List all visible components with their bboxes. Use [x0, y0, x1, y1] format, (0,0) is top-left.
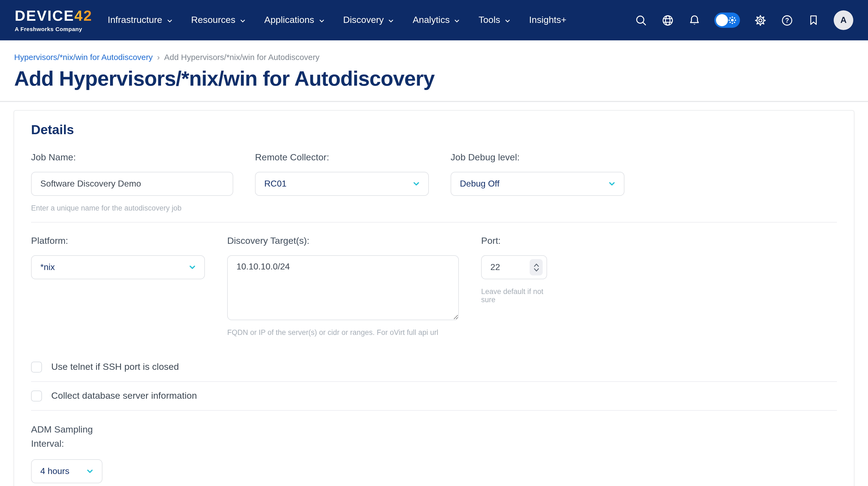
nav-item-insights[interactable]: Insights+ [529, 15, 566, 26]
logo-wordmark: DEVICE42 [15, 9, 92, 24]
port-group: Port: Leave default if not sure [481, 236, 547, 337]
nav-item-discovery[interactable]: Discovery [343, 15, 395, 26]
globe-icon[interactable] [661, 13, 674, 27]
port-label: Port: [481, 236, 547, 247]
logo-accent-42: 42 [74, 8, 92, 24]
details-card: Details Job Name: Enter a unique name fo… [13, 110, 855, 486]
remote-collector-value: RC01 [264, 179, 287, 189]
chevron-down-icon [504, 17, 511, 24]
chevron-down-icon [454, 17, 461, 24]
toggle-knob [716, 14, 728, 26]
nav-item-infrastructure[interactable]: Infrastructure [107, 15, 173, 26]
collect-db-checkbox-row: Collect database server information [31, 382, 837, 410]
chevron-down-icon [239, 17, 246, 24]
remote-collector-select[interactable]: RC01 [255, 172, 429, 196]
help-icon[interactable]: ? [780, 13, 793, 27]
job-debug-value: Debug Off [460, 179, 499, 189]
adm-sampling-group: ADM Sampling Interval: 4 hours [31, 423, 837, 486]
breadcrumb-link-hypervisors[interactable]: Hypervisors/*nix/win for Autodiscovery [14, 52, 153, 62]
chevron-down-icon [318, 17, 325, 24]
device42-logo[interactable]: DEVICE42 A Freshworks Company [15, 9, 92, 32]
chevron-down-icon [188, 263, 197, 271]
section-title-details: Details [31, 122, 837, 138]
breadcrumb-separator: › [157, 52, 160, 62]
checkbox-section: Use telnet if SSH port is closed Collect… [31, 353, 837, 411]
platform-group: Platform: *nix [31, 236, 205, 337]
main-nav: Infrastructure Resources Applications Di… [107, 15, 566, 26]
job-name-helper: Enter a unique name for the autodiscover… [31, 204, 233, 212]
settings-gear-icon[interactable] [753, 13, 767, 27]
telnet-checkbox[interactable] [31, 362, 42, 373]
nav-item-applications[interactable]: Applications [264, 15, 325, 26]
chevron-down-icon [608, 179, 616, 188]
nav-item-analytics[interactable]: Analytics [413, 15, 461, 26]
discovery-targets-textarea[interactable]: 10.10.10.0/24 [227, 255, 459, 320]
nav-item-tools[interactable]: Tools [479, 15, 511, 26]
divider [31, 222, 837, 223]
discovery-targets-label: Discovery Target(s): [227, 236, 459, 247]
adm-sampling-select[interactable]: 4 hours [31, 459, 102, 483]
nav-icon-cluster: ? A [634, 10, 853, 30]
chevron-down-icon [388, 17, 395, 24]
adm-sampling-value: 4 hours [40, 466, 69, 476]
platform-value: *nix [40, 262, 55, 272]
form-row-1: Job Name: Enter a unique name for the au… [31, 152, 837, 212]
sun-icon [727, 15, 738, 26]
top-navbar: DEVICE42 A Freshworks Company Infrastruc… [0, 0, 868, 40]
platform-select[interactable]: *nix [31, 255, 205, 279]
chevron-down-icon [86, 467, 94, 475]
user-avatar[interactable]: A [834, 10, 853, 30]
nav-item-resources[interactable]: Resources [191, 15, 247, 26]
breadcrumb: Hypervisors/*nix/win for Autodiscovery ›… [14, 52, 868, 62]
logo-tagline: A Freshworks Company [15, 26, 92, 32]
telnet-checkbox-label: Use telnet if SSH port is closed [51, 362, 179, 373]
notifications-bell-icon[interactable] [688, 13, 701, 27]
port-helper: Leave default if not sure [481, 287, 547, 304]
job-debug-select[interactable]: Debug Off [451, 172, 624, 196]
remote-collector-label: Remote Collector: [255, 152, 429, 163]
page-divider [0, 101, 868, 102]
chevron-up-icon [533, 263, 539, 267]
job-name-label: Job Name: [31, 152, 233, 163]
collect-db-checkbox[interactable] [31, 391, 42, 401]
port-field [481, 255, 547, 279]
port-stepper[interactable] [530, 259, 543, 276]
bookmark-icon[interactable] [807, 13, 820, 27]
discovery-targets-group: Discovery Target(s): 10.10.10.0/24 FQDN … [227, 236, 459, 337]
telnet-checkbox-row: Use telnet if SSH port is closed [31, 353, 837, 381]
theme-toggle[interactable] [714, 12, 740, 28]
job-name-group: Job Name: Enter a unique name for the au… [31, 152, 233, 212]
discovery-targets-helper: FQDN or IP of the server(s) or cidr or r… [227, 328, 459, 337]
job-name-input[interactable] [31, 172, 233, 196]
page-title: Add Hypervisors/*nix/win for Autodiscove… [14, 67, 854, 90]
job-debug-group: Job Debug level: Debug Off [451, 152, 624, 212]
chevron-down-icon [166, 17, 173, 24]
remote-collector-group: Remote Collector: RC01 [255, 152, 429, 212]
collect-db-checkbox-label: Collect database server information [51, 391, 197, 401]
app-viewport: DEVICE42 A Freshworks Company Infrastruc… [0, 0, 868, 486]
divider [31, 410, 837, 411]
avatar-initial: A [840, 15, 846, 25]
chevron-down-icon [533, 267, 539, 272]
svg-text:?: ? [785, 17, 789, 24]
chevron-down-icon [412, 179, 421, 188]
job-debug-label: Job Debug level: [451, 152, 624, 163]
platform-label: Platform: [31, 236, 205, 247]
form-row-2: Platform: *nix Discovery Target(s): 10.1… [31, 236, 837, 337]
adm-sampling-label: ADM Sampling Interval: [31, 423, 102, 451]
search-icon[interactable] [634, 13, 647, 27]
breadcrumb-current: Add Hypervisors/*nix/win for Autodiscove… [164, 52, 319, 62]
